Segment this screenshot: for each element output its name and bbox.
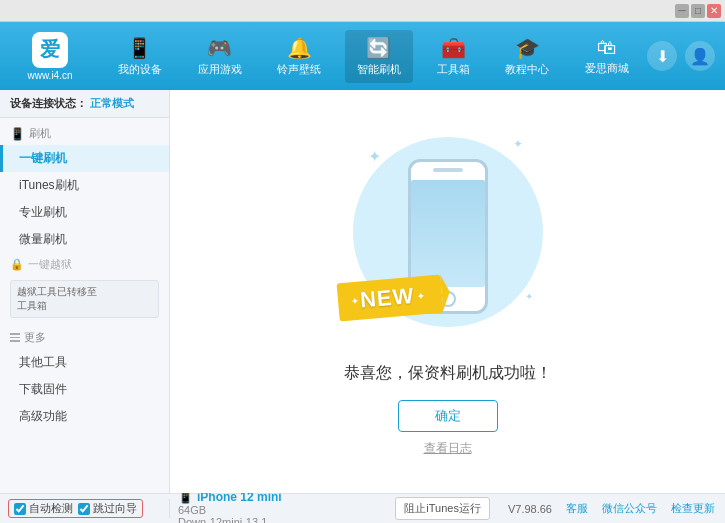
bottom-status-right: V7.98.66 客服 微信公众号 检查更新: [498, 501, 725, 516]
nav-my-device-label: 我的设备: [118, 62, 162, 77]
status-value: 正常模式: [90, 97, 134, 109]
sparkle-2: ✦: [513, 137, 523, 151]
flash-section-label: 刷机: [29, 126, 51, 141]
phone-illustration: ✦ ✦ ✦ ✦ NEW ✦: [348, 127, 548, 347]
nav-tutorial-label: 教程中心: [505, 62, 549, 77]
sparkle-1: ✦: [368, 147, 381, 166]
flash-section-icon: 📱: [10, 127, 25, 141]
sidebar-item-one-click[interactable]: 一键刷机: [0, 145, 169, 172]
content-area: ✦ ✦ ✦ ✦ NEW ✦ 恭喜您，保资料刷机成功啦！ 确定 查看日志: [170, 90, 725, 493]
title-bar: ─ □ ✕: [0, 0, 725, 22]
wechat-link[interactable]: 微信公众号: [602, 501, 657, 516]
nav-app-games-label: 应用游戏: [198, 62, 242, 77]
device-firmware: Down-12mini-13,1: [178, 516, 282, 524]
download-firmware-label: 下载固件: [19, 382, 67, 396]
ringtones-icon: 🔔: [287, 36, 312, 60]
via-wizard-checkbox[interactable]: [78, 503, 90, 515]
main-layout: 设备连接状态： 正常模式 📱 刷机 一键刷机 iTunes刷机 专业刷机 微量刷…: [0, 90, 725, 493]
sidebar-item-pro-flash[interactable]: 专业刷机: [0, 199, 169, 226]
tutorial-icon: 🎓: [515, 36, 540, 60]
success-text: 恭喜您，保资料刷机成功啦！: [344, 363, 552, 384]
logo-icon: 爱: [32, 32, 68, 68]
status-label: 设备连接状态：: [10, 97, 87, 109]
stop-itunes-button[interactable]: 阻止iTunes运行: [395, 497, 490, 520]
my-device-icon: 📱: [127, 36, 152, 60]
micro-flash-label: 微量刷机: [19, 232, 67, 246]
device-info-section: 📱 iPhone 12 mini 64GB Down-12mini-13,1 阻…: [170, 490, 498, 524]
toolbox-icon: 🧰: [441, 36, 466, 60]
status-bar: 设备连接状态： 正常模式: [0, 90, 169, 118]
flash-section-title: 📱 刷机: [0, 118, 169, 145]
phone-screen: [411, 180, 485, 287]
header: 爱 www.i4.cn 📱 我的设备 🎮 应用游戏 🔔 铃声壁纸 🔄 智能刷机 …: [0, 22, 725, 90]
header-right: ⬇ 👤: [647, 41, 715, 71]
nav-tutorial[interactable]: 🎓 教程中心: [493, 30, 561, 83]
nav-toolbox[interactable]: 🧰 工具箱: [425, 30, 482, 83]
nav-store[interactable]: 🛍 爱思商城: [573, 30, 641, 82]
app-games-icon: 🎮: [207, 36, 232, 60]
jailbreak-section: 🔒 一键越狱: [0, 253, 169, 276]
checkbox-area: 自动检测 跳过向导: [8, 499, 143, 518]
logo-url: www.i4.cn: [27, 70, 72, 81]
sparkle-3: ✦: [525, 291, 533, 302]
nav-smart-flash[interactable]: 🔄 智能刷机: [345, 30, 413, 83]
itunes-label: iTunes刷机: [19, 178, 79, 192]
phone-speaker: [433, 168, 463, 172]
nav-store-label: 爱思商城: [585, 61, 629, 76]
star-left: ✦: [349, 295, 358, 307]
via-wizard-label: 跳过向导: [93, 501, 137, 516]
auto-connect-checkbox[interactable]: [14, 503, 26, 515]
check-update-link[interactable]: 检查更新: [671, 501, 715, 516]
download-button[interactable]: ⬇: [647, 41, 677, 71]
device-info: 📱 iPhone 12 mini 64GB Down-12mini-13,1: [178, 490, 282, 524]
smart-flash-icon: 🔄: [366, 36, 391, 60]
nav-ringtones[interactable]: 🔔 铃声壁纸: [265, 30, 333, 83]
confirm-button[interactable]: 确定: [398, 400, 498, 432]
more-section-label: 更多: [24, 330, 46, 345]
other-tools-label: 其他工具: [19, 355, 67, 369]
customer-service-link[interactable]: 客服: [566, 501, 588, 516]
nav-my-device[interactable]: 📱 我的设备: [106, 30, 174, 83]
advanced-label: 高级功能: [19, 409, 67, 423]
sidebar-item-advanced[interactable]: 高级功能: [0, 403, 169, 430]
minimize-button[interactable]: ─: [675, 4, 689, 18]
auto-connect-label: 自动检测: [29, 501, 73, 516]
more-section-title: 更多: [0, 322, 169, 349]
nav-app-games[interactable]: 🎮 应用游戏: [186, 30, 254, 83]
device-storage: 64GB: [178, 504, 282, 516]
maximize-button[interactable]: □: [691, 4, 705, 18]
one-click-label: 一键刷机: [19, 151, 67, 165]
sidebar: 设备连接状态： 正常模式 📱 刷机 一键刷机 iTunes刷机 专业刷机 微量刷…: [0, 90, 170, 493]
sidebar-item-micro-flash[interactable]: 微量刷机: [0, 226, 169, 253]
via-wizard-checkbox-label[interactable]: 跳过向导: [78, 501, 137, 516]
store-icon: 🛍: [597, 36, 617, 59]
logo-area: 爱 www.i4.cn: [10, 32, 90, 81]
nav-items: 📱 我的设备 🎮 应用游戏 🔔 铃声壁纸 🔄 智能刷机 🧰 工具箱 🎓 教程中心…: [100, 30, 647, 83]
bottom-left: 自动检测 跳过向导: [0, 499, 170, 518]
sidebar-item-other-tools[interactable]: 其他工具: [0, 349, 169, 376]
new-text: NEW: [358, 282, 414, 313]
version-text: V7.98.66: [508, 503, 552, 515]
nav-smart-flash-label: 智能刷机: [357, 62, 401, 77]
user-button[interactable]: 👤: [685, 41, 715, 71]
more-section-icon: [10, 333, 20, 342]
star-right: ✦: [415, 289, 424, 301]
lock-icon: 🔒: [10, 258, 24, 271]
bottom-bar: 自动检测 跳过向导 📱 iPhone 12 mini 64GB Down-12m…: [0, 493, 725, 523]
jailbreak-note: 越狱工具已转移至工具箱: [10, 280, 159, 318]
sidebar-item-itunes[interactable]: iTunes刷机: [0, 172, 169, 199]
close-button[interactable]: ✕: [707, 4, 721, 18]
sidebar-item-download-firmware[interactable]: 下载固件: [0, 376, 169, 403]
later-link[interactable]: 查看日志: [424, 440, 472, 457]
nav-toolbox-label: 工具箱: [437, 62, 470, 77]
jailbreak-label: 一键越狱: [28, 257, 72, 272]
nav-ringtones-label: 铃声壁纸: [277, 62, 321, 77]
pro-flash-label: 专业刷机: [19, 205, 67, 219]
auto-connect-checkbox-label[interactable]: 自动检测: [14, 501, 73, 516]
